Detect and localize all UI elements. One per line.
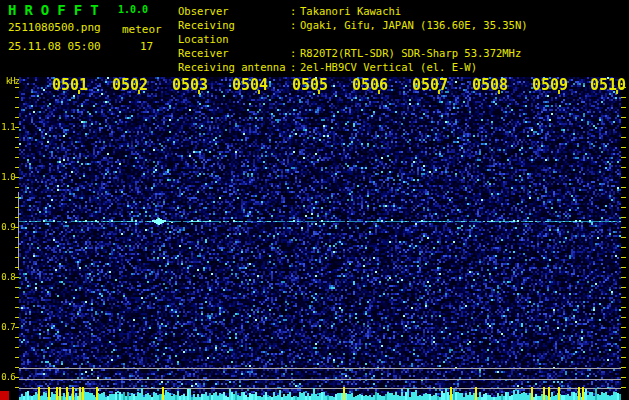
station-row-receiver: Receiver : R820T2(RTL-SDR) SDR-Sharp 53.…	[178, 46, 528, 60]
station-value: Takanori Kawachi	[300, 4, 401, 18]
time-label: 0510	[588, 79, 628, 92]
station-separator: :	[290, 18, 300, 46]
time-label: 0506	[350, 79, 390, 92]
freq-tick-label: 0.7-	[0, 322, 19, 332]
time-label: 0501	[50, 79, 90, 92]
header: HROFFT 1.0.0 2511080500.png meteor 25.11…	[0, 0, 629, 75]
app-title: HROFFT	[8, 2, 107, 18]
station-separator: :	[290, 4, 300, 18]
station-value: Ogaki, Gifu, JAPAN (136.60E, 35.35N)	[300, 18, 528, 46]
observation-mode: meteor	[122, 23, 162, 36]
time-label: 0503	[170, 79, 210, 92]
station-row-observer: Observer : Takanori Kawachi	[178, 4, 528, 18]
freq-tick-label: 0.8-	[0, 272, 19, 282]
frequency-unit-label: kHz	[0, 76, 19, 86]
time-label: 0504	[230, 79, 270, 92]
time-label: 0509	[530, 79, 570, 92]
alert-marker	[0, 391, 9, 400]
hrofft-screen: HROFFT 1.0.0 2511080500.png meteor 25.11…	[0, 0, 629, 400]
freq-tick-label: 1.0-	[0, 172, 19, 182]
freq-tick-label: 0.9-	[0, 222, 19, 232]
spectrogram-canvas	[0, 75, 629, 400]
station-separator: :	[290, 60, 300, 74]
observation-datetime: 25.11.08 05:00	[8, 40, 101, 53]
output-filename: 2511080500.png	[8, 21, 101, 34]
station-label: Receiver	[178, 46, 290, 60]
station-separator: :	[290, 46, 300, 60]
time-label: 0508	[470, 79, 510, 92]
station-info: Observer : Takanori Kawachi Receiving Lo…	[178, 4, 528, 74]
freq-tick-label: 0.6-	[0, 372, 19, 382]
time-label: 0507	[410, 79, 450, 92]
echo-count: 17	[140, 40, 153, 53]
station-value: 2el-HB9CV Vertical (el. E-W)	[300, 60, 477, 74]
time-label: 0502	[110, 79, 150, 92]
freq-tick-label: 1.1-	[0, 122, 19, 132]
station-label: Receiving Location	[178, 18, 290, 46]
station-label: Observer	[178, 4, 290, 18]
station-value: R820T2(RTL-SDR) SDR-Sharp 53.372MHz	[300, 46, 521, 60]
time-label: 0505	[290, 79, 330, 92]
station-label: Receiving antenna	[178, 60, 290, 74]
app-version: 1.0.0	[118, 4, 148, 15]
station-row-location: Receiving Location : Ogaki, Gifu, JAPAN …	[178, 18, 528, 46]
station-row-antenna: Receiving antenna : 2el-HB9CV Vertical (…	[178, 60, 528, 74]
